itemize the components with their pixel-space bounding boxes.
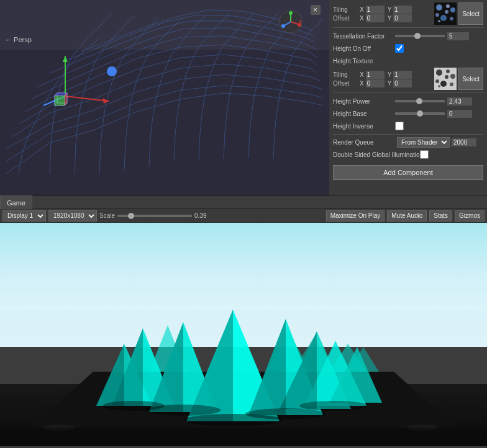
top-texture-block: Tiling X Y Offset X Y <box>333 2 483 25</box>
render-queue-row: Render Queue From Shader <box>333 137 483 148</box>
svg-point-22 <box>281 24 285 28</box>
tiling-x1-input[interactable] <box>366 6 385 14</box>
svg-point-18 <box>289 11 293 15</box>
height-power-label: Height Power <box>333 98 395 105</box>
y-label-2: Y <box>388 15 392 22</box>
right-panel: Tiling X Y Offset X Y <box>329 0 487 195</box>
bottom-bar: Display 1 1920x1080 Scale 0.39 Maximize … <box>0 209 487 223</box>
tiling-label-1: Tiling <box>333 6 357 13</box>
game-tab[interactable]: Game <box>0 195 32 209</box>
height-power-row: Height Power <box>333 96 483 107</box>
height-power-value[interactable] <box>447 97 472 105</box>
tiling-x2-input[interactable] <box>366 71 385 79</box>
select-button-1[interactable]: Select <box>458 2 483 25</box>
height-base-value[interactable] <box>447 110 472 118</box>
tiling-y1-input[interactable] <box>393 6 412 14</box>
x-label-4: X <box>360 80 364 87</box>
svg-point-15 <box>107 66 117 76</box>
tessellation-label: Tessellation Factor <box>333 33 395 40</box>
divider-3 <box>333 134 483 135</box>
scale-slider[interactable] <box>117 215 192 217</box>
offset-x2-input[interactable] <box>366 79 385 87</box>
offset-y2-input[interactable] <box>393 79 412 87</box>
scale-value: 0.39 <box>194 212 213 219</box>
game-bar: Game <box>0 195 487 209</box>
game-canvas <box>0 223 487 446</box>
y-label-1: Y <box>388 6 392 13</box>
height-texture-block: Tiling X Y Offset X Y <box>333 68 483 90</box>
height-on-off-label: Height On Off <box>333 45 395 52</box>
svg-point-41 <box>450 83 453 86</box>
svg-text:X: X <box>299 19 302 24</box>
double-sided-label: Double Sided Global Illuminatio <box>333 151 420 158</box>
svg-point-39 <box>435 79 439 83</box>
select-button-2[interactable]: Select <box>458 68 483 90</box>
game-viewport <box>0 223 487 446</box>
svg-point-28 <box>446 4 450 8</box>
stats-button[interactable]: Stats <box>429 210 452 222</box>
svg-point-69 <box>146 405 221 416</box>
height-on-off-checkbox[interactable] <box>395 44 404 53</box>
scene-view: X × ← Persp <box>0 0 329 195</box>
tiling-y2-input[interactable] <box>393 71 412 79</box>
height-texture-label-row: Height Texture <box>333 55 483 66</box>
svg-point-33 <box>438 20 440 22</box>
height-base-row: Height Base <box>333 108 483 119</box>
scene-canvas: X × <box>0 0 329 195</box>
height-inverse-checkbox[interactable] <box>395 122 404 130</box>
offset-label-1: Offset <box>333 15 357 22</box>
gizmos-button[interactable]: Gizmos <box>455 210 485 222</box>
height-on-off-row: Height On Off <box>333 43 483 54</box>
svg-point-40 <box>440 81 447 87</box>
add-component-button[interactable]: Add Component <box>333 165 483 180</box>
render-queue-select[interactable]: From Shader <box>397 137 450 148</box>
display-select[interactable]: Display 1 <box>2 210 46 222</box>
texture-thumb-2 <box>434 68 457 90</box>
tiling-offset-block-2: Tiling X Y Offset X Y <box>333 71 432 87</box>
y-label-4: Y <box>388 80 392 87</box>
svg-marker-14 <box>55 96 65 105</box>
svg-point-38 <box>450 74 455 79</box>
height-power-slider[interactable] <box>395 100 445 102</box>
svg-point-27 <box>436 4 442 11</box>
height-texture-label: Height Texture <box>333 58 395 65</box>
svg-point-72 <box>299 401 368 411</box>
divider-1 <box>333 27 483 28</box>
persp-label: ← Persp <box>5 36 32 43</box>
y-label-3: Y <box>388 71 392 78</box>
svg-point-71 <box>245 408 326 419</box>
tiling-offset-block-1: Tiling X Y Offset X Y <box>333 6 432 22</box>
svg-point-30 <box>435 13 439 17</box>
double-sided-row: Double Sided Global Illuminatio <box>333 149 483 160</box>
svg-point-34 <box>445 10 448 14</box>
double-sided-checkbox[interactable] <box>420 150 429 159</box>
height-power-slider-container <box>395 97 483 105</box>
tessellation-slider[interactable] <box>395 35 445 37</box>
height-inverse-label: Height Inverse <box>333 123 395 130</box>
resolution-select[interactable]: 1920x1080 <box>48 210 97 222</box>
svg-rect-75 <box>0 428 487 446</box>
tiling-label-2: Tiling <box>333 71 357 78</box>
x-label-2: X <box>360 15 364 22</box>
tessellation-slider-container <box>395 32 483 40</box>
svg-point-32 <box>450 17 453 20</box>
x-label-3: X <box>360 71 364 78</box>
offset-label-2: Offset <box>333 80 357 87</box>
scale-label: Scale <box>99 212 115 219</box>
svg-point-29 <box>450 7 455 12</box>
tessellation-value[interactable] <box>447 32 469 40</box>
height-base-slider-container <box>395 110 483 118</box>
mute-audio-button[interactable]: Mute Audio <box>387 210 427 222</box>
svg-text:×: × <box>313 6 317 14</box>
texture-thumb-1 <box>434 2 457 25</box>
render-queue-label: Render Queue <box>333 139 395 146</box>
svg-point-31 <box>440 15 447 21</box>
offset-x1-input[interactable] <box>366 14 385 22</box>
tessellation-row: Tessellation Factor <box>333 30 483 42</box>
render-queue-value[interactable] <box>452 138 476 146</box>
svg-point-43 <box>445 75 448 79</box>
maximize-on-play-button[interactable]: Maximize On Play <box>326 210 385 222</box>
height-inverse-row: Height Inverse <box>333 120 483 132</box>
height-base-slider[interactable] <box>395 112 445 115</box>
offset-y1-input[interactable] <box>393 14 412 22</box>
